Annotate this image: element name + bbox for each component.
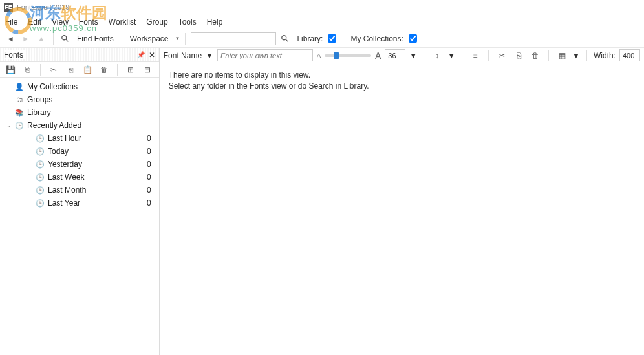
view-icon[interactable]: ▦ <box>555 49 568 62</box>
tree-item-count: 0 <box>147 134 151 143</box>
clock-icon: 🕒 <box>35 173 45 182</box>
tree-item[interactable]: 🕒Last Week0 <box>0 171 159 184</box>
tree-item-label: Last Month <box>48 186 147 195</box>
nav-forward-button[interactable]: ► <box>19 32 32 45</box>
size-large-label: A <box>375 50 381 61</box>
tree-item[interactable]: 👤My Collections <box>0 80 159 93</box>
tree-item-label: Recently Added <box>27 121 151 130</box>
clock-icon: 🕒 <box>35 160 45 169</box>
more-icon[interactable]: ⊟ <box>141 63 154 76</box>
pin-icon[interactable]: 📌 <box>137 51 145 58</box>
empty-message-1: There are no items to display in this vi… <box>169 70 635 81</box>
tree-item[interactable]: 🕒Last Hour0 <box>0 132 159 145</box>
separator <box>488 50 489 61</box>
width-input[interactable] <box>619 49 640 61</box>
sample-text-input[interactable] <box>217 49 313 61</box>
preview-toolbar: Font Name▼ A A ▼ ↕▼ ≡ ✂ ⎘ 🗑 ▦▼ Width: <box>160 48 644 63</box>
fonts-panel: Fonts 📌 ✕ 💾 ⎘ ✂ ⎘ 📋 🗑 ⊞ ⊟ 👤My Collection… <box>0 48 160 355</box>
tree-item-count: 0 <box>147 199 151 208</box>
menu-worklist[interactable]: Worklist <box>109 17 136 27</box>
slider-thumb[interactable] <box>334 52 339 59</box>
delete-icon[interactable]: 🗑 <box>529 49 542 62</box>
cut-icon[interactable]: ✂ <box>495 49 508 62</box>
copy-icon[interactable]: ⎘ <box>64 63 77 76</box>
clock-icon: 🕒 <box>35 199 45 208</box>
size-input[interactable] <box>385 49 405 61</box>
separator <box>40 64 41 76</box>
main-toolbar: ◄ ► ▲ Find Fonts Workspace▼ Library: My … <box>0 30 644 48</box>
paste-icon[interactable]: 📋 <box>81 63 94 76</box>
tree-item[interactable]: ⌄🕒Recently Added <box>0 119 159 132</box>
search-icon[interactable] <box>279 32 292 45</box>
search-input[interactable] <box>191 32 276 45</box>
separator <box>548 50 549 61</box>
tree-item[interactable]: 🕒Yesterday0 <box>0 158 159 171</box>
copy-icon[interactable]: ⎘ <box>512 49 525 62</box>
chevron-down-icon[interactable]: ▼ <box>175 36 180 41</box>
cut-icon[interactable]: ✂ <box>47 63 60 76</box>
separator <box>462 50 462 61</box>
tree-item-count: 0 <box>147 147 151 156</box>
tree-item-label: My Collections <box>27 82 151 91</box>
separator <box>122 33 122 45</box>
find-fonts-icon <box>59 32 72 45</box>
books-icon: 📚 <box>14 109 25 117</box>
menu-file[interactable]: File <box>5 17 17 27</box>
separator <box>117 64 118 76</box>
nav-up-button[interactable]: ▲ <box>35 32 48 45</box>
cards-icon: 🗂 <box>14 96 25 103</box>
nav-back-button[interactable]: ◄ <box>4 32 17 45</box>
tree-item-label: Last Week <box>48 173 147 182</box>
tree-item-label: Groups <box>27 95 151 104</box>
menu-edit[interactable]: Edit <box>28 17 41 27</box>
panel-header: Fonts 📌 ✕ <box>0 48 159 62</box>
tree-item[interactable]: 📚Library <box>0 106 159 119</box>
menubar: File Edit View Fonts Worklist Group Tool… <box>0 14 644 30</box>
window-title: FontExpert 2019 <box>17 3 69 11</box>
menu-fonts[interactable]: Fonts <box>79 17 98 27</box>
find-fonts-button[interactable]: Find Fonts <box>77 34 114 43</box>
chevron-down-icon[interactable]: ▼ <box>409 51 417 60</box>
library-checkbox[interactable] <box>328 34 336 43</box>
tree-item-label: Library <box>27 108 151 117</box>
separator <box>53 33 54 45</box>
tree-item-label: Today <box>48 147 147 156</box>
svg-point-4 <box>282 35 286 39</box>
tree-item-label: Yesterday <box>48 160 147 169</box>
menu-tools[interactable]: Tools <box>178 17 197 27</box>
tree-item-label: Last Year <box>48 199 147 208</box>
svg-line-5 <box>286 39 288 41</box>
expand-icon[interactable]: ⌄ <box>6 122 14 129</box>
clock-icon: 🕒 <box>35 134 45 143</box>
chevron-down-icon[interactable]: ▼ <box>572 51 580 60</box>
tree-item[interactable]: 🕒Last Year0 <box>0 197 159 210</box>
svg-point-2 <box>62 35 67 39</box>
line-spacing-icon[interactable]: ↕ <box>431 49 444 62</box>
size-slider[interactable] <box>325 54 371 57</box>
tree-item[interactable]: 🗂Groups <box>0 93 159 106</box>
delete-icon[interactable]: 🗑 <box>98 63 111 76</box>
clock-icon: 🕒 <box>14 122 25 130</box>
folder-tree: 👤My Collections🗂Groups📚Library⌄🕒Recently… <box>0 78 159 355</box>
tree-item-label: Last Hour <box>48 134 147 143</box>
menu-group[interactable]: Group <box>146 17 167 27</box>
tree-item[interactable]: 🕒Today0 <box>0 145 159 158</box>
property-dropdown[interactable]: Font Name <box>164 51 202 60</box>
my-collections-checkbox[interactable] <box>409 34 417 43</box>
group-icon[interactable]: ⊞ <box>124 63 137 76</box>
tree-item[interactable]: 🕒Last Month0 <box>0 184 159 197</box>
separator <box>424 50 424 61</box>
tree-item-count: 0 <box>147 160 151 169</box>
align-icon[interactable]: ≡ <box>469 49 482 62</box>
chevron-down-icon[interactable]: ▼ <box>206 51 213 60</box>
save-icon[interactable]: 💾 <box>4 63 17 76</box>
menu-help[interactable]: Help <box>207 17 223 27</box>
preview-content: There are no items to display in this vi… <box>160 63 644 355</box>
workspace-button[interactable]: Workspace <box>130 34 169 43</box>
chevron-down-icon[interactable]: ▼ <box>447 51 455 60</box>
explore-icon[interactable]: ⎘ <box>21 63 34 76</box>
close-icon[interactable]: ✕ <box>149 50 155 59</box>
size-small-label: A <box>317 52 321 59</box>
my-collections-label: My Collections: <box>350 34 403 43</box>
menu-view[interactable]: View <box>52 17 69 27</box>
